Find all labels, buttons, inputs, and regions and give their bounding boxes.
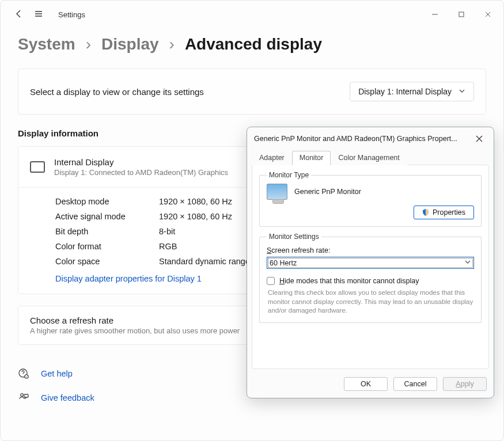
display-select-value: Display 1: Internal Display xyxy=(358,87,452,96)
window-maximize-button[interactable] xyxy=(448,1,475,28)
monitor-settings-group: Monitor Settings Screen refresh rate: 60… xyxy=(259,233,482,323)
monitor-illustration-icon xyxy=(267,184,287,200)
breadcrumb-advanced-display: Advanced display xyxy=(185,35,322,54)
chevron-down-icon xyxy=(458,87,465,96)
monitor-properties-dialog: Generic PnP Monitor and AMD Radeon(TM) G… xyxy=(247,127,494,398)
give-feedback-link[interactable]: Give feedback xyxy=(41,393,94,402)
chevron-right-icon: › xyxy=(86,35,91,54)
monitor-icon xyxy=(30,161,45,173)
spec-key: Color format xyxy=(55,242,159,251)
monitor-type-legend: Monitor Type xyxy=(267,171,311,179)
refresh-rate-select[interactable]: 60 Hertz xyxy=(267,257,474,269)
nav-menu-button[interactable] xyxy=(34,9,43,20)
window-close-button[interactable] xyxy=(475,1,501,28)
dialog-close-button[interactable] xyxy=(468,131,490,147)
breadcrumb-system[interactable]: System xyxy=(18,35,75,54)
window-minimize-button[interactable] xyxy=(422,1,448,28)
spec-key: Color space xyxy=(55,257,159,266)
spec-key: Bit depth xyxy=(55,227,159,236)
cancel-button[interactable]: Cancel xyxy=(393,377,437,391)
display-select-dropdown[interactable]: Display 1: Internal Display xyxy=(350,82,474,101)
chevron-down-icon xyxy=(464,258,471,267)
hide-modes-checkbox[interactable] xyxy=(267,277,275,285)
select-display-msg: Select a display to view or change its s… xyxy=(30,87,204,97)
get-help-link[interactable]: Get help xyxy=(41,369,73,378)
dialog-title: Generic PnP Monitor and AMD Radeon(TM) G… xyxy=(254,135,457,143)
tab-monitor[interactable]: Monitor xyxy=(292,151,331,165)
select-display-panel: Select a display to view or change its s… xyxy=(18,69,486,115)
monitor-properties-button[interactable]: Properties xyxy=(414,206,474,219)
ok-button[interactable]: OK xyxy=(344,377,388,391)
chevron-right-icon: › xyxy=(169,35,175,54)
display-connection: Display 1: Connected to AMD Radeon(TM) G… xyxy=(54,168,228,177)
spec-key: Active signal mode xyxy=(55,212,159,221)
feedback-icon xyxy=(18,392,29,404)
svg-point-3 xyxy=(21,394,24,397)
properties-button-label: Properties xyxy=(433,208,465,216)
dialog-tabs: Adapter Monitor Color Management xyxy=(247,150,494,165)
refresh-rate-value: 60 Hertz xyxy=(270,259,297,267)
tab-color-management[interactable]: Color Management xyxy=(331,151,407,165)
uac-shield-icon xyxy=(422,209,429,216)
app-title: Settings xyxy=(58,10,85,19)
back-button[interactable] xyxy=(14,9,24,20)
breadcrumb-display[interactable]: Display xyxy=(101,35,159,54)
tab-adapter[interactable]: Adapter xyxy=(252,151,292,165)
apply-button[interactable]: Apply xyxy=(443,377,487,391)
svg-rect-0 xyxy=(459,12,464,17)
spec-key: Desktop mode xyxy=(55,197,159,206)
refresh-rate-label: Screen refresh rate: xyxy=(267,246,474,254)
monitor-settings-legend: Monitor Settings xyxy=(267,233,321,241)
breadcrumb: System › Display › Advanced display xyxy=(1,28,503,69)
display-name: Internal Display xyxy=(54,157,228,167)
hide-modes-hint: Clearing this check box allows you to se… xyxy=(267,288,474,315)
svg-rect-4 xyxy=(24,394,28,397)
help-icon xyxy=(18,368,29,379)
monitor-name: Generic PnP Monitor xyxy=(294,188,361,196)
title-bar: Settings xyxy=(1,1,503,28)
monitor-type-group: Monitor Type Generic PnP Monitor Propert… xyxy=(259,171,482,227)
hide-modes-label: Hide modes that this monitor cannot disp… xyxy=(279,277,419,285)
